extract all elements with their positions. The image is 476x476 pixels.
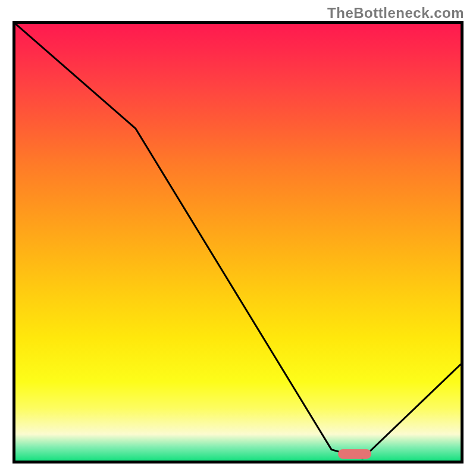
chart-svg <box>15 24 461 461</box>
watermark-text: TheBottleneck.com <box>327 5 464 21</box>
chart-area <box>12 21 464 464</box>
bottleneck-curve-path <box>15 24 461 458</box>
optimal-region-marker <box>338 449 371 459</box>
